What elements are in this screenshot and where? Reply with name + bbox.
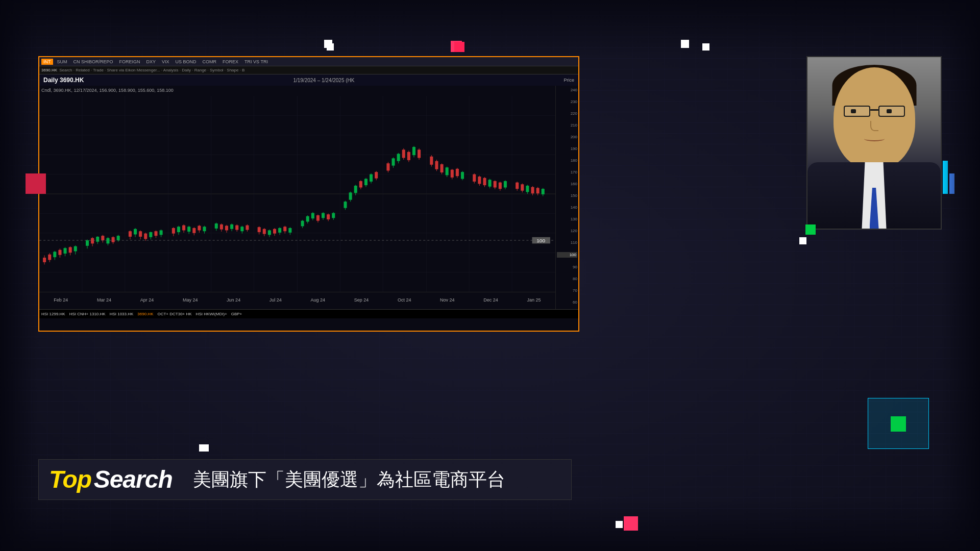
svg-rect-51 xyxy=(134,229,137,235)
glasses-bridge xyxy=(870,109,878,111)
svg-rect-83 xyxy=(230,224,233,229)
chart-address-bar[interactable]: 3690.HK Search · Related · Trade · Share… xyxy=(39,66,578,74)
svg-rect-41 xyxy=(101,236,104,240)
svg-rect-151 xyxy=(440,164,444,172)
price-70: 70 xyxy=(557,288,577,293)
ticker-gbp: GBP+ xyxy=(231,312,242,316)
presenter-video xyxy=(807,57,941,229)
svg-rect-121 xyxy=(349,192,352,199)
price-160: 160 xyxy=(557,182,577,186)
price-150: 150 xyxy=(557,193,577,198)
tab-forex[interactable]: FOREX xyxy=(220,59,240,65)
svg-rect-161 xyxy=(473,174,476,182)
webcam-container xyxy=(806,56,942,230)
svg-rect-29 xyxy=(64,248,67,254)
time-apr24: Apr 24 xyxy=(140,297,154,303)
svg-rect-129 xyxy=(370,174,373,182)
candlestick-svg: 100 xyxy=(39,96,555,292)
chart-toolbar[interactable]: INT SUM CN SHIBOR/REPO FOREIGN DXY VIX U… xyxy=(39,57,578,66)
eye-left xyxy=(851,109,856,113)
price-80: 80 xyxy=(557,277,577,281)
tab-sum[interactable]: SUM xyxy=(55,59,69,65)
ticker-1033: HSI 1033.HK xyxy=(110,312,134,316)
time-feb24: Feb 24 xyxy=(54,297,68,303)
cyan-tech-display xyxy=(868,398,929,449)
deco-white-webcam xyxy=(799,237,806,244)
svg-rect-93 xyxy=(263,229,266,234)
time-aug24: Aug 24 xyxy=(311,297,326,303)
svg-rect-103 xyxy=(288,228,291,233)
candles-feb xyxy=(43,245,77,265)
deco-white-top-center xyxy=(324,40,332,48)
eye-right xyxy=(887,109,892,113)
svg-rect-183 xyxy=(536,188,540,193)
tab-comr[interactable]: COMR xyxy=(201,59,219,65)
svg-rect-185 xyxy=(542,189,545,194)
svg-rect-115 xyxy=(327,214,330,219)
svg-rect-97 xyxy=(273,229,276,234)
svg-rect-89 xyxy=(246,226,249,230)
svg-rect-123 xyxy=(354,186,357,193)
banner-tag: Top Search xyxy=(39,460,183,499)
svg-rect-181 xyxy=(531,187,534,194)
candles-nov xyxy=(430,155,464,180)
tab-vix[interactable]: VIX xyxy=(160,59,172,65)
tab-us-bond[interactable]: US BOND xyxy=(174,59,199,65)
candles-apr xyxy=(129,228,163,241)
svg-text:100: 100 xyxy=(536,238,545,243)
deco-white-square-2 xyxy=(702,43,709,51)
price-60: 60 xyxy=(557,300,577,305)
chart-price-label: Price xyxy=(564,78,574,83)
ticker-bar: HSI 1299.HK HSI CNH+ 1310.HK HSI 1033.HK… xyxy=(39,309,578,318)
svg-rect-163 xyxy=(478,177,481,184)
time-sep24: Sep 24 xyxy=(354,297,369,303)
svg-rect-57 xyxy=(149,232,152,237)
presenter-suit xyxy=(807,162,941,229)
svg-rect-107 xyxy=(306,216,309,222)
svg-rect-21 xyxy=(43,258,46,262)
svg-rect-99 xyxy=(278,228,281,233)
svg-rect-95 xyxy=(268,230,271,235)
time-jun24: Jun 24 xyxy=(227,297,240,303)
time-jul24: Jul 24 xyxy=(270,297,282,303)
bottom-banner: Top Search 美團旗下「美團優選」為社區電商平台 xyxy=(38,459,572,500)
chart-title-bar: Daily 3690.HK 1/19/2024 – 1/24/2025 (HK … xyxy=(39,74,578,86)
ticker-oct: OCT+ DCT30+ HK xyxy=(157,312,191,316)
svg-rect-153 xyxy=(446,167,449,175)
svg-rect-55 xyxy=(144,234,147,239)
tab-cn-shibor[interactable]: CN SHIBOR/REPO xyxy=(71,59,115,65)
ticker-hkwi: HSI HKWI(MDI)+ xyxy=(196,312,227,316)
time-jan25: Jan 25 xyxy=(527,297,541,303)
svg-rect-47 xyxy=(117,236,120,240)
tab-dxy[interactable]: DXY xyxy=(144,59,158,65)
tab-tri[interactable]: TRI VS TRI xyxy=(242,59,270,65)
price-220: 220 xyxy=(557,111,577,116)
svg-rect-67 xyxy=(182,226,185,231)
banner-tag-bottom: Search xyxy=(94,466,173,493)
tab-int[interactable]: INT xyxy=(41,59,53,65)
top-vignette xyxy=(0,0,980,56)
deco-white-square-4 xyxy=(616,521,623,528)
price-180: 180 xyxy=(557,158,577,163)
svg-rect-133 xyxy=(386,163,389,170)
presenter-face-skin xyxy=(834,67,915,169)
svg-rect-165 xyxy=(483,178,486,185)
svg-rect-25 xyxy=(53,252,56,257)
svg-rect-37 xyxy=(91,238,94,244)
svg-rect-23 xyxy=(48,255,51,260)
svg-rect-75 xyxy=(203,227,206,231)
svg-rect-143 xyxy=(412,147,415,155)
time-axis: Feb 24 Mar 24 Apr 24 May 24 Jun 24 Jul 2… xyxy=(39,292,555,307)
svg-rect-149 xyxy=(435,161,438,169)
svg-rect-91 xyxy=(258,227,261,232)
banner-content-text: 美團旗下「美團優選」為社區電商平台 xyxy=(183,467,571,492)
svg-rect-157 xyxy=(456,169,459,176)
svg-rect-27 xyxy=(58,250,61,255)
tab-foreign[interactable]: FOREIGN xyxy=(117,59,142,65)
svg-rect-59 xyxy=(154,231,157,236)
svg-rect-53 xyxy=(139,231,142,237)
glasses-right xyxy=(878,106,905,117)
svg-rect-131 xyxy=(375,172,378,179)
chart-info-text: Cndl, 3690.HK, 12/17/2024, 156.900, 158.… xyxy=(41,88,174,93)
ticker-cnh: HSI CNH+ 1310.HK xyxy=(69,312,106,316)
